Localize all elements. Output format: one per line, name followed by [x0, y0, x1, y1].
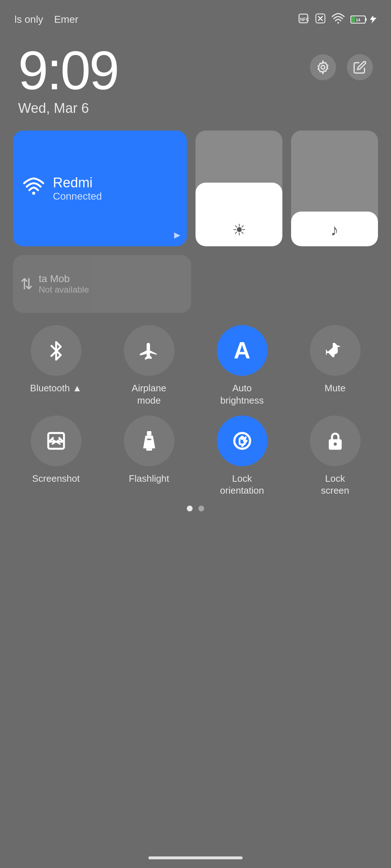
- home-indicator[interactable]: [148, 856, 243, 859]
- airplane-circle: [124, 325, 175, 376]
- wifi-tile-icon: [23, 178, 44, 199]
- flashlight-toggle-item[interactable]: Flashlight: [106, 416, 192, 497]
- flashlight-circle: [124, 416, 175, 466]
- lock-orientation-circle: [217, 416, 268, 466]
- page-dot-2: [198, 506, 204, 511]
- status-sim-text: ls only: [14, 14, 43, 25]
- data-text: ta Mob Not available: [39, 273, 89, 295]
- lock-orientation-label: Lockorientation: [220, 473, 264, 497]
- clock-date: Wed, Mar 6: [18, 101, 118, 116]
- wifi-status-icon: [332, 13, 345, 26]
- status-bar: ls only Emer NFC: [0, 0, 391, 33]
- data-network-name: ta Mob: [39, 273, 89, 285]
- svg-rect-20: [146, 448, 152, 450]
- lock-screen-label: Lockscreen: [321, 473, 349, 497]
- lock-orientation-toggle-item[interactable]: Lockorientation: [199, 416, 285, 497]
- svg-marker-19: [143, 435, 155, 448]
- nfc-icon: NFC: [298, 13, 309, 27]
- battery-icon: 14: [350, 15, 377, 24]
- svg-text:14: 14: [356, 18, 361, 22]
- bluetooth-toggle-item[interactable]: Bluetooth ▲: [13, 325, 99, 407]
- flashlight-label: Flashlight: [129, 473, 169, 485]
- tiles-section: Redmi Connected ▶ ☀ ♪ ⇅ ta Mob Not avail…: [0, 123, 391, 313]
- wifi-tile[interactable]: Redmi Connected ▶: [13, 131, 187, 246]
- x-icon: [315, 13, 326, 26]
- wifi-tile-text: Redmi Connected: [53, 175, 102, 202]
- svg-point-11: [32, 192, 35, 195]
- page-dot-1: [187, 506, 193, 511]
- svg-rect-21: [147, 438, 151, 440]
- screenshot-toggle-item[interactable]: Screenshot: [13, 416, 99, 497]
- toggles-row-2: Screenshot Flashlight: [13, 416, 378, 497]
- wifi-name: Redmi: [53, 175, 102, 191]
- svg-rect-7: [365, 18, 367, 21]
- auto-brightness-label: Autobrightness: [220, 382, 264, 407]
- toggles-section: Bluetooth ▲ Airplanemode A Autobrightnes…: [0, 322, 391, 497]
- mute-toggle-item[interactable]: Mute: [292, 325, 378, 407]
- svg-point-10: [321, 65, 325, 69]
- lock-screen-circle: [310, 416, 361, 466]
- bluetooth-label: Bluetooth ▲: [30, 382, 82, 395]
- volume-tile[interactable]: ♪: [291, 131, 378, 246]
- svg-point-26: [333, 442, 337, 446]
- toggles-row-1: Bluetooth ▲ Airplanemode A Autobrightnes…: [13, 325, 378, 407]
- svg-point-5: [337, 22, 339, 24]
- lock-screen-toggle-item[interactable]: Lockscreen: [292, 416, 378, 497]
- mute-label: Mute: [325, 382, 346, 395]
- data-tile[interactable]: ⇅ ta Mob Not available: [13, 255, 191, 313]
- svg-rect-18: [147, 431, 151, 435]
- auto-brightness-a-icon: A: [234, 337, 250, 364]
- data-arrows-icon: ⇅: [20, 275, 33, 293]
- wifi-arrow-icon: ▶: [174, 230, 180, 240]
- screenshot-label: Screenshot: [32, 473, 80, 485]
- svg-rect-8: [352, 17, 355, 22]
- wifi-status: Connected: [53, 191, 102, 202]
- brightness-icon: ☀: [232, 221, 246, 239]
- airplane-mode-toggle-item[interactable]: Airplanemode: [106, 325, 192, 407]
- mute-circle: [310, 325, 361, 376]
- bluetooth-circle: [31, 325, 81, 376]
- status-right: NFC 14: [298, 13, 377, 27]
- settings-button[interactable]: [310, 54, 336, 80]
- data-network-status: Not available: [39, 285, 89, 295]
- edit-button[interactable]: [347, 54, 373, 80]
- status-emer-text: Emer: [54, 14, 78, 25]
- status-left: ls only Emer: [14, 14, 78, 25]
- empty-tile-1: [200, 255, 378, 313]
- tiles-row-1: Redmi Connected ▶ ☀ ♪: [13, 131, 378, 246]
- airplane-label: Airplanemode: [132, 382, 166, 407]
- volume-icon: ♪: [331, 221, 339, 239]
- auto-brightness-toggle-item[interactable]: A Autobrightness: [199, 325, 285, 407]
- clock-actions: [310, 43, 373, 80]
- clock-area: 9:09 Wed, Mar 6: [0, 33, 391, 123]
- page-dots: [0, 506, 391, 511]
- auto-brightness-circle: A: [217, 325, 268, 376]
- brightness-tile[interactable]: ☀: [196, 131, 282, 246]
- screenshot-circle: [31, 416, 81, 466]
- svg-text:NFC: NFC: [300, 17, 309, 22]
- clock-time: 9:09: [18, 43, 118, 98]
- clock-block: 9:09 Wed, Mar 6: [18, 43, 118, 116]
